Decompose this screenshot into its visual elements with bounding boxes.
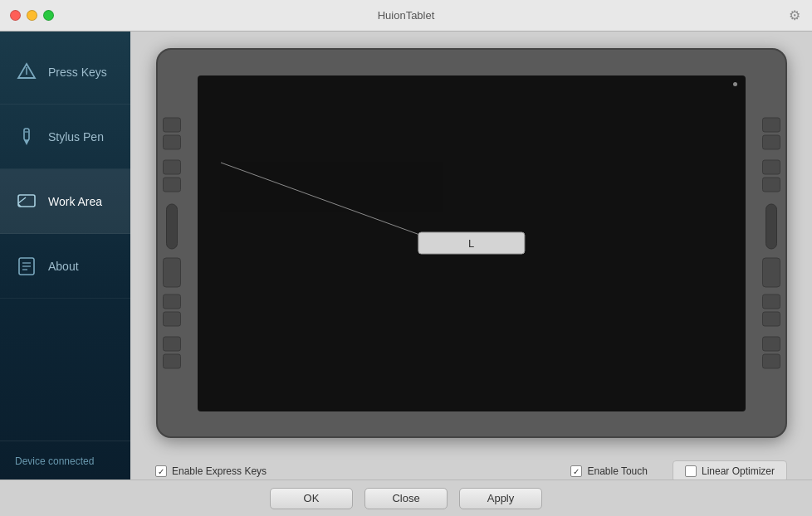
device-status: Device connected [15,455,94,467]
content-area: L Enable Express Keys Enable Touch Linea… [130,32,812,479]
tablet-btn-l5[interactable] [163,258,181,288]
tablet-scroll-left[interactable] [166,204,178,250]
svg-marker-6 [18,197,26,203]
touch-checkbox-group: Enable Touch [570,465,648,477]
svg-line-12 [221,163,443,243]
sidebar-item-label-work-area: Work Area [48,195,102,208]
press-keys-icon [15,61,38,84]
svg-rect-2 [24,129,29,140]
tablet-btn-r4[interactable] [762,178,780,192]
tablet-btn-r7[interactable] [762,312,780,327]
sidebar-item-label-about: About [48,260,79,273]
stylus-pen-icon [15,125,38,148]
about-icon [15,255,38,278]
sidebar-item-label-stylus-pen: Stylus Pen [48,130,104,144]
tablet-btn-l4[interactable] [163,178,181,192]
linear-optimizer-checkbox[interactable] [685,465,697,477]
svg-marker-3 [24,140,29,145]
sidebar-item-work-area[interactable]: Work Area [0,169,130,234]
action-buttons-row: OK Close Apply [0,479,812,516]
bottom-controls: Enable Express Keys Enable Touch Linear … [147,438,795,479]
tablet-btn-r6[interactable] [762,295,780,309]
screen-label-text: L [468,237,474,250]
main-layout: Press Keys Stylus Pen [0,32,812,479]
minimize-window-button[interactable] [27,10,37,21]
sidebar: Press Keys Stylus Pen [0,32,130,479]
gear-icon[interactable]: ⚙ [789,7,800,23]
close-window-button[interactable] [10,10,21,21]
sidebar-item-press-keys[interactable]: Press Keys [0,40,130,105]
tablet-btn-r2[interactable] [762,135,780,150]
sidebar-item-stylus-pen[interactable]: Stylus Pen [0,105,130,169]
express-keys-checkbox-group: Enable Express Keys [155,465,267,477]
linear-optimizer-group: Linear Optimizer [673,460,787,479]
tablet-btn-l9[interactable] [163,354,181,369]
sidebar-footer: Device connected [0,441,130,479]
tablet-btn-l3[interactable] [163,160,181,175]
screen-label: L [418,232,525,255]
tablet-btn-r1[interactable] [762,118,780,133]
express-keys-label: Enable Express Keys [172,465,267,477]
tablet-btn-l7[interactable] [163,312,181,327]
window-controls [10,10,54,21]
tablet-side-right-buttons [762,114,780,372]
sidebar-item-label-press-keys: Press Keys [48,66,107,79]
tablet-btn-l6[interactable] [163,295,181,309]
tablet-side-left-buttons [163,114,181,372]
tablet-btn-r9[interactable] [762,354,780,369]
tablet-btn-l8[interactable] [163,337,181,352]
touch-label: Enable Touch [587,465,648,477]
sidebar-nav: Press Keys Stylus Pen [0,32,130,441]
tablet-screen: L [198,75,746,411]
touch-checkbox[interactable] [570,465,582,477]
linear-optimizer-label: Linear Optimizer [702,465,775,477]
tablet-btn-l2[interactable] [163,135,181,150]
ok-button[interactable]: OK [270,488,353,509]
tablet-btn-r5[interactable] [762,258,780,288]
title-bar: HuionTablet ⚙ [0,0,812,32]
sidebar-item-about[interactable]: About [0,234,130,299]
tablet-btn-r8[interactable] [762,337,780,352]
maximize-window-button[interactable] [43,10,54,21]
work-area-icon [15,190,38,213]
tablet-wrapper: L [147,48,795,438]
express-keys-checkbox[interactable] [155,465,167,477]
close-button[interactable]: Close [364,488,448,509]
apply-button[interactable]: Apply [459,488,542,509]
screen-indicator-dot [733,82,737,86]
window-title: HuionTablet [378,9,435,22]
tablet-device: L [156,48,787,438]
tablet-btn-r3[interactable] [762,160,780,175]
tablet-scroll-right[interactable] [766,204,777,250]
tablet-btn-l1[interactable] [163,118,181,133]
